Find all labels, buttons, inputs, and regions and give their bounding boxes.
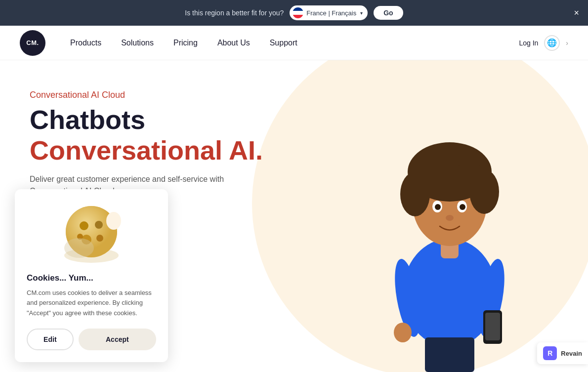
svg-point-14 [446, 215, 454, 221]
banner-text: Is this region a better fit for you? [185, 9, 284, 17]
revain-icon: R [543, 346, 557, 360]
region-selector[interactable]: France | Français ▾ [290, 5, 368, 20]
go-button[interactable]: Go [374, 6, 403, 20]
cookie-icon-container [27, 201, 156, 265]
hero-title-line2: Conversational AI. [30, 135, 263, 165]
globe-icon[interactable]: 🌐 [544, 35, 560, 51]
banner-content: Is this region a better fit for you? Fra… [185, 5, 403, 20]
logo[interactable]: CM. [20, 30, 45, 56]
svg-rect-20 [485, 313, 500, 340]
nav-item-products[interactable]: Products [60, 35, 111, 51]
cookie-icon [59, 201, 124, 265]
nav-right-arrow-icon[interactable]: › [566, 39, 568, 47]
region-label: France | Français [306, 9, 356, 17]
revain-label: Revain [561, 350, 582, 357]
nav-right: Log In 🌐 › [519, 35, 568, 51]
chevron-down-icon: ▾ [360, 10, 363, 16]
svg-point-27 [95, 221, 103, 229]
navbar: CM. Products Solutions Pricing About Us … [0, 26, 588, 60]
svg-point-13 [460, 204, 465, 210]
hero-person-image [371, 85, 529, 372]
cookie-modal-title: Cookies... Yum... [27, 273, 156, 283]
svg-point-8 [420, 160, 440, 184]
hero-title-line1: Chatbots [30, 105, 145, 134]
france-flag [293, 7, 303, 18]
svg-point-26 [80, 221, 88, 230]
cookie-modal: Cookies... Yum... CM.com uses cookies to… [15, 189, 168, 362]
cookie-accept-button[interactable]: Accept [79, 329, 156, 350]
svg-point-31 [106, 212, 121, 230]
svg-point-9 [459, 156, 480, 183]
svg-point-29 [96, 235, 103, 242]
svg-point-17 [394, 323, 412, 342]
svg-point-12 [435, 204, 441, 210]
svg-point-32 [64, 238, 94, 258]
cookie-modal-body: CM.com uses cookies to deliver a seamles… [27, 288, 156, 319]
close-banner-button[interactable]: × [574, 8, 579, 17]
cookie-edit-button[interactable]: Edit [27, 329, 74, 350]
hero-title: Chatbots Conversational AI. [30, 104, 263, 165]
svg-rect-22 [447, 337, 474, 372]
nav-item-support[interactable]: Support [260, 35, 307, 51]
nav-item-solutions[interactable]: Solutions [111, 35, 164, 51]
nav-links: Products Solutions Pricing About Us Supp… [60, 35, 519, 51]
region-banner: Is this region a better fit for you? Fra… [0, 0, 588, 26]
revain-widget[interactable]: R Revain [537, 342, 588, 364]
cookie-buttons: Edit Accept [27, 329, 156, 350]
login-link[interactable]: Log In [519, 39, 538, 47]
nav-item-pricing[interactable]: Pricing [164, 35, 208, 51]
hero-section: Conversational AI Cloud Chatbots Convers… [0, 60, 588, 372]
hero-eyebrow: Conversational AI Cloud [30, 90, 263, 100]
nav-item-about[interactable]: About Us [208, 35, 260, 51]
hero-content: Conversational AI Cloud Chatbots Convers… [30, 90, 263, 197]
person-svg [371, 85, 529, 372]
